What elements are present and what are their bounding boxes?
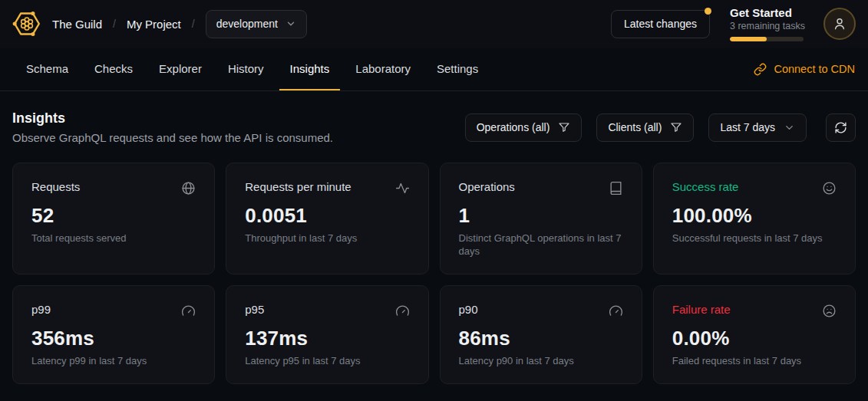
target-nav: SchemaChecksExplorerHistoryInsightsLabor…	[0, 48, 868, 91]
get-started-widget[interactable]: Get Started 3 remaining tasks	[730, 6, 804, 42]
card-description: Successful requests in last 7 days	[672, 232, 837, 245]
card-title: p99	[31, 303, 51, 316]
card-title: Operations	[459, 180, 515, 193]
card-title: Requests per minute	[245, 180, 351, 193]
latest-changes-label: Latest changes	[624, 18, 697, 30]
get-started-progress-fill	[730, 37, 767, 41]
breadcrumb-separator: /	[113, 18, 116, 30]
stat-card: p95 137ms Latency p95 in last 7 days	[226, 285, 428, 384]
period-selector-label: Last 7 days	[720, 121, 775, 133]
card-description: Throughput in last 7 days	[245, 232, 409, 245]
link-icon	[754, 63, 767, 76]
card-description: Failed requests in last 7 days	[672, 355, 837, 368]
person-icon	[832, 16, 847, 31]
tab-insights[interactable]: Insights	[279, 48, 341, 90]
globe-icon	[181, 181, 196, 196]
tab-explorer[interactable]: Explorer	[148, 48, 213, 90]
connect-to-cdn-link[interactable]: Connect to CDN	[754, 48, 855, 90]
insights-page: Insights Observe GraphQL requests and se…	[0, 91, 868, 384]
frown-icon	[822, 304, 837, 318]
filter-toolbar: Operations (all) Clients (all) Last 7 da…	[465, 113, 856, 142]
card-value: 0.0051	[245, 204, 409, 228]
hive-logo-icon[interactable]	[12, 9, 41, 38]
tab-settings[interactable]: Settings	[426, 48, 489, 90]
card-description: Total requests served	[31, 232, 196, 245]
tab-schema[interactable]: Schema	[15, 48, 79, 90]
operations-filter-button[interactable]: Operations (all)	[465, 113, 583, 142]
notification-dot	[705, 8, 711, 15]
tab-checks[interactable]: Checks	[84, 48, 144, 90]
card-value: 100.00%	[672, 204, 837, 228]
target-selector-dropdown[interactable]: development	[206, 10, 307, 38]
breadcrumb-project[interactable]: My Project	[127, 18, 181, 31]
get-started-remaining: 3 remaining tasks	[730, 21, 804, 31]
card-title: Requests	[31, 180, 80, 193]
stat-card: Operations 1 Distinct GraphQL operations…	[440, 163, 642, 274]
activity-icon	[395, 181, 410, 196]
app-header: The Guild / My Project / development Lat…	[0, 0, 868, 48]
target-selector-value: development	[216, 18, 278, 30]
user-avatar[interactable]	[823, 8, 856, 40]
smile-icon	[822, 181, 837, 196]
card-description: Latency p90 in last 7 days	[459, 355, 623, 368]
book-icon	[609, 181, 623, 196]
card-value: 1	[459, 204, 623, 228]
breadcrumb-org[interactable]: The Guild	[52, 18, 102, 31]
gauge-icon	[181, 304, 196, 318]
card-title: p95	[245, 303, 264, 316]
card-value: 86ms	[459, 327, 623, 350]
clients-filter-button[interactable]: Clients (all)	[596, 113, 694, 142]
funnel-icon	[670, 121, 682, 133]
card-description: Distinct GraphQL operations in last 7 da…	[459, 232, 623, 258]
stat-card: p99 356ms Latency p99 in last 7 days	[12, 285, 215, 384]
nav-tabs: SchemaChecksExplorerHistoryInsightsLabor…	[13, 48, 491, 90]
stats-grid: Requests 52 Total requests served Reques…	[12, 163, 856, 384]
card-title: p90	[459, 303, 478, 316]
card-title: Success rate	[672, 180, 739, 193]
card-description: Latency p99 in last 7 days	[31, 355, 196, 368]
connect-to-cdn-label: Connect to CDN	[774, 63, 855, 75]
breadcrumb: The Guild / My Project / development	[52, 10, 307, 38]
stat-card: Failure rate 0.00% Failed requests in la…	[653, 285, 856, 384]
stat-card: Requests per minute 0.0051 Throughput in…	[226, 163, 428, 274]
stat-card: Requests 52 Total requests served	[12, 163, 215, 274]
clients-filter-label: Clients (all)	[608, 121, 662, 133]
funnel-icon	[558, 121, 570, 133]
breadcrumb-separator: /	[192, 18, 195, 30]
refresh-icon	[834, 121, 847, 134]
get-started-progressbar	[730, 37, 804, 41]
page-subtitle: Observe GraphQL requests and see how the…	[12, 131, 333, 144]
tab-laboratory[interactable]: Laboratory	[345, 48, 421, 90]
tab-history[interactable]: History	[217, 48, 275, 90]
card-value: 137ms	[245, 327, 409, 350]
chevron-down-icon	[784, 122, 795, 133]
operations-filter-label: Operations (all)	[477, 121, 550, 133]
stat-card: Success rate 100.00% Successful requests…	[653, 163, 856, 274]
refresh-button[interactable]	[826, 113, 856, 142]
get-started-title: Get Started	[730, 6, 804, 21]
stat-card: p90 86ms Latency p90 in last 7 days	[440, 285, 642, 384]
card-value: 356ms	[31, 327, 196, 350]
latest-changes-button[interactable]: Latest changes	[611, 10, 710, 38]
page-title: Insights	[12, 110, 333, 127]
chevron-down-icon	[285, 18, 296, 29]
gauge-icon	[609, 304, 623, 318]
period-selector-button[interactable]: Last 7 days	[708, 113, 807, 142]
card-value: 0.00%	[672, 327, 837, 350]
gauge-icon	[395, 304, 410, 318]
card-value: 52	[31, 204, 196, 228]
page-header: Insights Observe GraphQL requests and se…	[12, 110, 333, 144]
card-title: Failure rate	[672, 303, 731, 316]
card-description: Latency p95 in last 7 days	[245, 355, 409, 368]
